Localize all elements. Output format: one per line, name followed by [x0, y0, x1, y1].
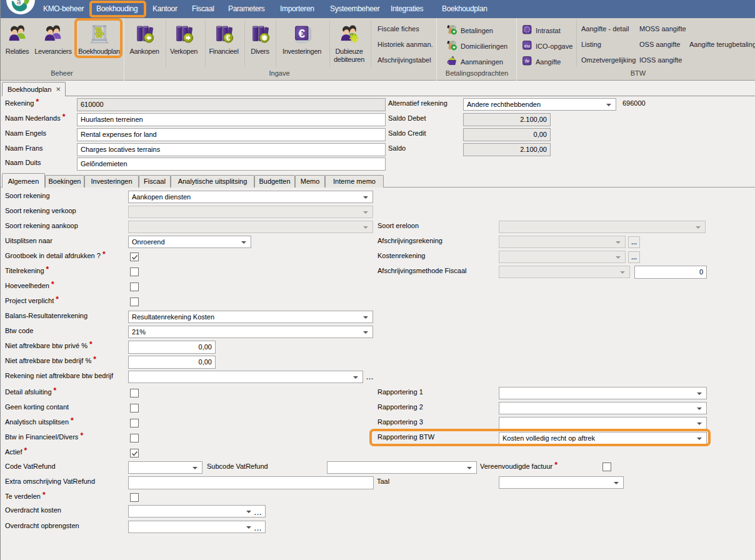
svg-text:a: a [17, 0, 21, 6]
svg-text:€: € [299, 27, 306, 40]
svg-text:€: € [226, 34, 231, 42]
svg-text:tv: tv [525, 58, 529, 64]
svg-text:eu: eu [524, 43, 530, 49]
